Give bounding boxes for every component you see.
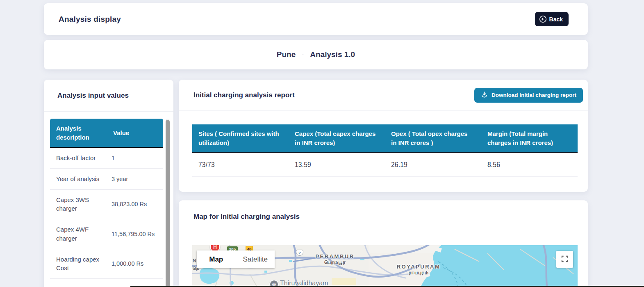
row-value: 1 xyxy=(112,149,163,167)
page-title: Analysis display xyxy=(59,15,121,24)
report-panel-title: Initial charging analysis report xyxy=(193,91,295,99)
map-type-control: Map Satellite xyxy=(197,250,275,268)
capex-value: 13.59 xyxy=(295,160,311,169)
header-card: Analysis display Back xyxy=(44,3,588,35)
analysis-input-panel: Analysis input values Analysis descripti… xyxy=(44,80,173,287)
map-panel: Map for Initial charging analysis xyxy=(179,200,588,287)
report-table-header-row: Sites ( Confirmed sites with utilization… xyxy=(192,124,578,153)
back-button-label: Back xyxy=(549,16,563,23)
subtitle-card: Pune - Analysis 1.0 xyxy=(44,40,588,69)
input-table-scrollbar[interactable] xyxy=(166,119,170,287)
opex-value: 26.19 xyxy=(391,160,407,169)
row-label: Year of analysis xyxy=(50,169,112,189)
input-panel-header: Analysis input values xyxy=(44,80,173,112)
initial-charging-report-panel: Initial charging analysis report Downloa… xyxy=(179,80,588,192)
table-row: Back-off factor 1 xyxy=(50,148,163,169)
sites-value: 73/73 xyxy=(198,160,215,169)
row-value: 3 year xyxy=(112,170,163,188)
report-table-values-row: 73/73 13.59 26.19 8.56 xyxy=(192,153,578,177)
column-header-sites: Sites ( Confirmed sites with utilization… xyxy=(192,125,289,152)
map-panel-header: Map for Initial charging analysis xyxy=(179,200,588,233)
download-icon xyxy=(481,91,488,99)
scrollbar-thumb[interactable] xyxy=(166,120,170,287)
row-label: Capex 3WS charger xyxy=(50,190,112,219)
table-row: Capex 3WS charger 38,823.00 Rs xyxy=(50,190,163,220)
google-map[interactable]: Map Satellite H 205 48 2 PERAMBUR பெரம்ப… xyxy=(192,245,578,287)
back-arrow-icon xyxy=(539,15,547,23)
download-button-label: Download initial charging report xyxy=(492,92,576,98)
row-label: Back-off factor xyxy=(50,148,112,168)
fullscreen-button[interactable] xyxy=(556,251,573,268)
fullscreen-icon xyxy=(561,255,569,264)
column-header-margin: Margin (Total margin charges in INR cror… xyxy=(481,125,578,152)
map-type-map-button[interactable]: Map xyxy=(197,250,236,268)
row-value: 38,823.00 Rs xyxy=(112,195,163,213)
margin-value: 8.56 xyxy=(487,160,500,169)
report-table: Sites ( Confirmed sites with utilization… xyxy=(192,124,578,177)
subtitle-separator: - xyxy=(302,50,304,57)
download-report-button[interactable]: Download initial charging report xyxy=(474,88,583,103)
map-type-satellite-button[interactable]: Satellite xyxy=(236,250,275,268)
map-panel-title: Map for Initial charging analysis xyxy=(193,213,300,221)
input-table: Analysis description Value Back-off fact… xyxy=(50,119,163,279)
table-row: Year of analysis 3 year xyxy=(50,169,163,190)
column-header-value: Value xyxy=(112,125,163,140)
city-name: Pune xyxy=(277,50,296,59)
analysis-name: Analysis 1.0 xyxy=(310,50,355,59)
input-table-header-row: Analysis description Value xyxy=(50,119,163,148)
back-button[interactable]: Back xyxy=(535,12,569,26)
table-row: Hoarding capex Cost 1,000.00 Rs xyxy=(50,249,163,279)
input-panel-title: Analysis input values xyxy=(57,92,129,100)
row-value: 11,56,795.00 Rs xyxy=(112,225,163,243)
column-header-opex: Opex ( Total opex charges in INR crores … xyxy=(385,125,481,152)
column-header-capex: Capex (Total capex charges in INR crores… xyxy=(289,125,385,152)
row-label: Hoarding capex Cost xyxy=(50,249,112,279)
table-row: Capex 4WF charger 11,56,795.00 Rs xyxy=(50,219,163,249)
column-header-description: Analysis description xyxy=(50,120,112,146)
row-label: Capex 4WF charger xyxy=(50,219,112,249)
report-panel-header: Initial charging analysis report Downloa… xyxy=(179,80,588,111)
row-value: 1,000.00 Rs xyxy=(112,255,163,273)
